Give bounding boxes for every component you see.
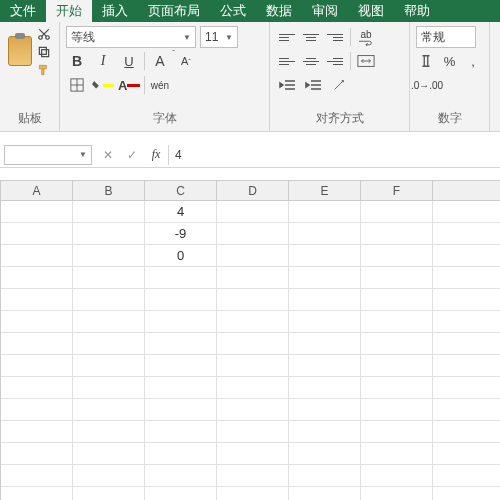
cell-4[interactable] [433, 267, 500, 289]
cell-F5[interactable] [361, 289, 433, 311]
cell-D7[interactable] [217, 333, 289, 355]
cell-C1[interactable]: 4 [145, 201, 217, 223]
align-top-left[interactable] [276, 28, 298, 46]
cell-2[interactable] [433, 223, 500, 245]
cell-D10[interactable] [217, 399, 289, 421]
increase-font-button[interactable]: Aˆ [149, 50, 171, 72]
cell-F9[interactable] [361, 377, 433, 399]
align-top-center[interactable] [300, 28, 322, 46]
cell-F8[interactable] [361, 355, 433, 377]
cell-C12[interactable] [145, 443, 217, 465]
paste-button[interactable] [6, 26, 33, 76]
cell-D1[interactable] [217, 201, 289, 223]
cell-A4[interactable] [1, 267, 73, 289]
col-header-C[interactable]: C [145, 181, 217, 201]
col-header-[interactable] [433, 181, 500, 201]
cell-C5[interactable] [145, 289, 217, 311]
font-name-select[interactable]: 等线▼ [66, 26, 196, 48]
cell-A13[interactable] [1, 465, 73, 487]
cell-E3[interactable] [289, 245, 361, 267]
tab-视图[interactable]: 视图 [348, 0, 394, 22]
cell-C2[interactable]: -9 [145, 223, 217, 245]
cell-D12[interactable] [217, 443, 289, 465]
tab-公式[interactable]: 公式 [210, 0, 256, 22]
cell-C14[interactable] [145, 487, 217, 500]
cell-D6[interactable] [217, 311, 289, 333]
tab-插入[interactable]: 插入 [92, 0, 138, 22]
italic-button[interactable]: I [92, 50, 114, 72]
cell-11[interactable] [433, 421, 500, 443]
orientation-button[interactable] [328, 74, 350, 96]
cell-A14[interactable] [1, 487, 73, 500]
cell-B2[interactable] [73, 223, 145, 245]
cell-F13[interactable] [361, 465, 433, 487]
cell-B6[interactable] [73, 311, 145, 333]
cell-D14[interactable] [217, 487, 289, 500]
cell-B14[interactable] [73, 487, 145, 500]
col-header-A[interactable]: A [1, 181, 73, 201]
accounting-format-button[interactable] [416, 50, 436, 72]
col-header-B[interactable]: B [73, 181, 145, 201]
cell-E4[interactable] [289, 267, 361, 289]
cell-E5[interactable] [289, 289, 361, 311]
cell-C8[interactable] [145, 355, 217, 377]
cell-F1[interactable] [361, 201, 433, 223]
cell-B1[interactable] [73, 201, 145, 223]
cell-F11[interactable] [361, 421, 433, 443]
cell-D11[interactable] [217, 421, 289, 443]
cell-B3[interactable] [73, 245, 145, 267]
increase-indent-button[interactable] [302, 74, 324, 96]
cell-F6[interactable] [361, 311, 433, 333]
wrap-text-button[interactable]: ab [355, 26, 377, 48]
cell-A10[interactable] [1, 399, 73, 421]
cell-A11[interactable] [1, 421, 73, 443]
border-button[interactable] [66, 74, 88, 96]
copy-button[interactable] [35, 44, 53, 60]
font-color-button[interactable]: A [118, 74, 140, 96]
cell-E8[interactable] [289, 355, 361, 377]
phonetic-button[interactable]: wén [149, 74, 171, 96]
cell-A2[interactable] [1, 223, 73, 245]
cell-6[interactable] [433, 311, 500, 333]
tab-页面布局[interactable]: 页面布局 [138, 0, 210, 22]
col-header-D[interactable]: D [217, 181, 289, 201]
font-size-select[interactable]: 11▼ [200, 26, 238, 48]
cell-D9[interactable] [217, 377, 289, 399]
cell-A3[interactable] [1, 245, 73, 267]
cell-E13[interactable] [289, 465, 361, 487]
cell-C6[interactable] [145, 311, 217, 333]
cell-A8[interactable] [1, 355, 73, 377]
formula-input[interactable]: 4 [168, 145, 500, 165]
cell-7[interactable] [433, 333, 500, 355]
cell-B5[interactable] [73, 289, 145, 311]
cell-A6[interactable] [1, 311, 73, 333]
col-header-F[interactable]: F [361, 181, 433, 201]
cell-C13[interactable] [145, 465, 217, 487]
bold-button[interactable]: B [66, 50, 88, 72]
cell-C10[interactable] [145, 399, 217, 421]
cell-B4[interactable] [73, 267, 145, 289]
cell-E2[interactable] [289, 223, 361, 245]
cell-E7[interactable] [289, 333, 361, 355]
cell-A7[interactable] [1, 333, 73, 355]
tab-数据[interactable]: 数据 [256, 0, 302, 22]
cell-C7[interactable] [145, 333, 217, 355]
cell-F7[interactable] [361, 333, 433, 355]
cell-A5[interactable] [1, 289, 73, 311]
cell-B8[interactable] [73, 355, 145, 377]
cell-B13[interactable] [73, 465, 145, 487]
cell-B11[interactable] [73, 421, 145, 443]
cell-A1[interactable] [1, 201, 73, 223]
cut-button[interactable] [35, 26, 53, 42]
cell-C11[interactable] [145, 421, 217, 443]
cell-D2[interactable] [217, 223, 289, 245]
align-center[interactable] [300, 52, 322, 70]
cell-1[interactable] [433, 201, 500, 223]
cell-D8[interactable] [217, 355, 289, 377]
cell-E14[interactable] [289, 487, 361, 500]
decrease-font-button[interactable]: Aˇ [175, 50, 197, 72]
decrease-indent-button[interactable] [276, 74, 298, 96]
cell-F2[interactable] [361, 223, 433, 245]
col-header-E[interactable]: E [289, 181, 361, 201]
tab-开始[interactable]: 开始 [46, 0, 92, 22]
